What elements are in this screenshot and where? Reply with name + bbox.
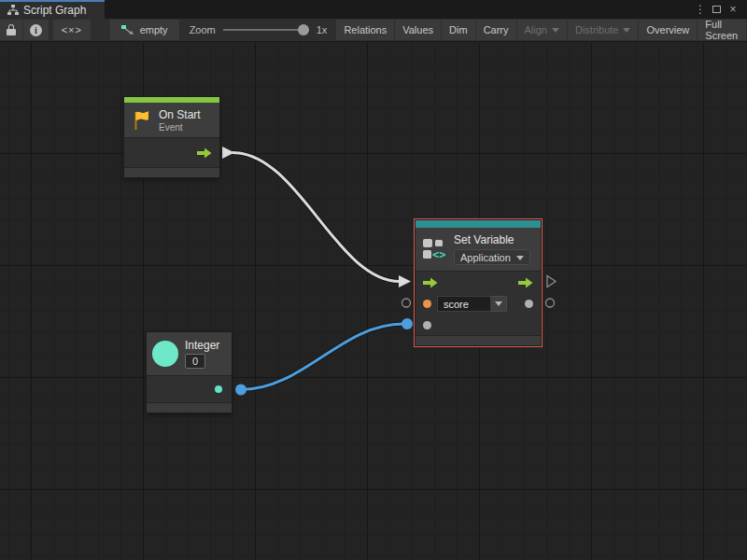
script-graph-window: Script Graph ⋮ × i <×> empty Zoom	[0, 0, 747, 560]
zoom-slider-track	[223, 29, 309, 31]
title-bar: Script Graph ⋮ ×	[0, 0, 747, 19]
node-integer[interactable]: Integer 0	[147, 332, 232, 413]
unconnected-port-hint-left[interactable]	[402, 299, 411, 307]
menu-icon[interactable]: ⋮	[694, 3, 707, 16]
selection-outline: <> Set Variable Application	[414, 218, 543, 347]
window-controls: ⋮ ×	[694, 0, 747, 19]
node-set-variable[interactable]: <> Set Variable Application	[416, 220, 541, 345]
variables-accent-bar	[416, 220, 541, 228]
flag-icon	[133, 110, 151, 131]
node-on-start[interactable]: On Start Event	[124, 97, 219, 177]
node-subtitle: Event	[159, 122, 201, 133]
control-wire-start-arrow	[222, 147, 234, 159]
value-wire-start-cap	[235, 385, 247, 396]
fullscreen-button[interactable]: Full Screen	[698, 20, 746, 40]
node-title: Set Variable	[454, 233, 530, 246]
value-wire-end-cap	[402, 318, 413, 329]
selection-status-label: empty	[140, 24, 168, 35]
tab-script-graph[interactable]: Script Graph	[0, 0, 105, 19]
unconnected-port-hint-right[interactable]	[546, 299, 555, 307]
value-input-port[interactable]	[423, 321, 431, 329]
chevron-down-icon	[552, 28, 559, 33]
graph-toolbar: i <×> empty Zoom 1x Relations Values Dim…	[0, 19, 747, 42]
overview-button[interactable]: Overview	[639, 20, 697, 40]
control-output-port[interactable]	[197, 147, 212, 159]
control-wire[interactable]	[233, 153, 400, 282]
integer-type-icon	[152, 341, 178, 367]
selection-status-button[interactable]: empty	[110, 20, 179, 40]
node-footer	[124, 167, 219, 177]
variable-name-port[interactable]	[423, 300, 431, 308]
align-dropdown[interactable]: Align	[517, 20, 567, 40]
maximize-icon[interactable]	[712, 6, 721, 13]
code-icon: <×>	[62, 24, 82, 35]
control-input-port[interactable]	[423, 277, 438, 288]
node-footer	[416, 335, 541, 345]
variable-scope-dropdown[interactable]: Application	[454, 249, 530, 265]
close-icon[interactable]: ×	[726, 3, 740, 16]
variable-name-field[interactable]: score	[437, 296, 491, 312]
unconnected-flow-hint-right[interactable]	[547, 276, 556, 287]
value-output-port[interactable]	[525, 300, 533, 308]
info-icon: i	[30, 24, 42, 36]
graph-icon	[7, 5, 19, 16]
chevron-down-icon	[516, 256, 524, 260]
control-wire-end-arrow	[399, 275, 411, 287]
carry-button[interactable]: Carry	[476, 20, 516, 40]
values-button[interactable]: Values	[395, 20, 441, 40]
zoom-slider-handle[interactable]	[298, 24, 309, 35]
node-title: Integer	[185, 339, 219, 352]
lock-button[interactable]	[0, 20, 22, 40]
code-view-button[interactable]: <×>	[53, 20, 91, 40]
lock-icon	[7, 24, 16, 35]
zoom-slider[interactable]	[223, 24, 309, 35]
graph-canvas[interactable]: On Start Event <>	[0, 43, 747, 560]
chevron-down-icon	[623, 28, 630, 33]
variable-picker-button[interactable]	[491, 296, 507, 312]
inspect-button[interactable]: i	[23, 20, 49, 40]
set-variable-icon: <>	[422, 238, 447, 260]
svg-text:<>: <>	[432, 248, 445, 260]
value-wire[interactable]	[241, 324, 403, 390]
node-footer	[147, 402, 232, 413]
control-output-port[interactable]	[518, 277, 533, 288]
integer-output-port[interactable]	[215, 385, 222, 393]
integer-value-field[interactable]: 0	[185, 354, 205, 369]
graph-pointer-icon	[121, 25, 134, 35]
chevron-down-icon	[495, 301, 502, 306]
zoom-label: Zoom	[190, 24, 216, 35]
node-title: On Start	[159, 108, 201, 121]
tab-title: Script Graph	[23, 4, 86, 17]
distribute-dropdown[interactable]: Distribute	[568, 20, 638, 40]
zoom-control: Zoom 1x	[180, 19, 337, 41]
relations-button[interactable]: Relations	[336, 20, 394, 40]
zoom-value: 1x	[317, 24, 328, 35]
wires-layer	[0, 43, 747, 560]
dim-button[interactable]: Dim	[442, 20, 475, 40]
